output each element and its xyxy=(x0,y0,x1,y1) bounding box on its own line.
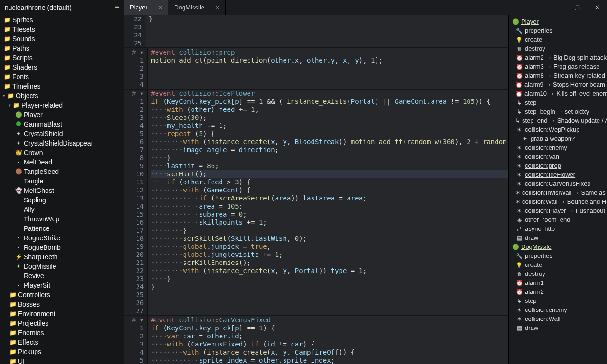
outline-item[interactable]: draw xyxy=(509,323,607,332)
outline-item[interactable]: destroy xyxy=(509,269,607,278)
outline-item[interactable]: alarm9 → Stops Horror beam so xyxy=(509,80,607,89)
folder-player-related[interactable]: 📁Player-related xyxy=(0,100,124,110)
resource-tree-panel: nuclearthrone (default) ≡ 📁Sprites📁Tiles… xyxy=(0,0,124,364)
outline-item[interactable]: collision:WepPickup xyxy=(509,125,607,134)
folder-scripts[interactable]: 📁Scripts xyxy=(0,53,124,63)
outline-item[interactable]: alarm1 xyxy=(509,278,607,287)
folder-tilesets[interactable]: 📁Tilesets xyxy=(0,25,124,34)
tab-dogmissile[interactable]: DogMissile× xyxy=(168,0,225,15)
folder-ui[interactable]: 📁UI xyxy=(0,356,124,364)
outline-object-player[interactable]: 🟢Player xyxy=(509,17,607,26)
object-roguebomb[interactable]: ▪RogueBomb xyxy=(0,243,124,252)
outline-item[interactable]: collision:Player → Pushabout xyxy=(509,206,607,215)
outline-item[interactable]: grab a weapon? xyxy=(509,134,607,143)
folder-timelines[interactable]: 📁Timelines xyxy=(0,82,124,91)
outline-item[interactable]: alarm8 → Stream key related xyxy=(509,71,607,80)
outline-item[interactable]: draw xyxy=(509,233,607,242)
object-tangleseed[interactable]: 🟤TangleSeed xyxy=(0,167,124,176)
folder-sounds[interactable]: 📁Sounds xyxy=(0,34,124,44)
folder-objects[interactable]: 📁Objects xyxy=(0,91,124,100)
menu-icon[interactable]: ≡ xyxy=(115,3,119,12)
outline-item[interactable]: alarm2 → Big Dog spin attack xyxy=(509,53,607,62)
object-dogmissile[interactable]: ✦DogMissile xyxy=(0,262,124,271)
folder-environment[interactable]: 📁Environment xyxy=(0,309,124,318)
outline-panel[interactable]: 🟢Playerpropertiescreatedestroyalarm2 → B… xyxy=(508,15,607,364)
outline-item[interactable]: collision:Wall xyxy=(509,314,607,323)
object-meltghost[interactable]: 👻MeltGhost xyxy=(0,186,124,195)
object-sharpteeth[interactable]: ⚡SharpTeeth xyxy=(0,252,124,262)
outline-item[interactable]: create xyxy=(509,260,607,269)
outline-item[interactable]: collision:InvisiWall → Same as n xyxy=(509,188,607,197)
folder-enemies[interactable]: 📁Enemies xyxy=(0,328,124,337)
outline-item[interactable]: step_end → Shadow update / Al xyxy=(509,116,607,125)
close-tab-icon[interactable]: × xyxy=(216,4,220,11)
code-editor[interactable]: 22232425}▾1234#event collision:propmotio… xyxy=(124,15,508,364)
folder-controllers[interactable]: 📁Controllers xyxy=(0,290,124,300)
tab-player[interactable]: Player× xyxy=(124,0,168,15)
folder-shaders[interactable]: 📁Shaders xyxy=(0,63,124,72)
outline-item[interactable]: collision:IceFlower xyxy=(509,170,607,179)
outline-item[interactable]: collision:enemy xyxy=(509,305,607,314)
titlebar: Player×DogMissile× — ▢ ✕ xyxy=(124,0,607,15)
object-thrownwep[interactable]: ThrownWep xyxy=(0,214,124,224)
outline-item[interactable]: create xyxy=(509,35,607,44)
outline-item[interactable]: collision:Van xyxy=(509,152,607,161)
outline-item[interactable]: step xyxy=(509,98,607,107)
object-player[interactable]: 🟢Player xyxy=(0,110,124,119)
object-playersit[interactable]: ▪PlayerSit xyxy=(0,281,124,290)
project-title: nuclearthrone (default) xyxy=(5,4,72,11)
close-tab-icon[interactable]: × xyxy=(159,4,163,11)
outline-object-dogmissile[interactable]: 🟢DogMissile xyxy=(509,242,607,251)
outline-item[interactable]: collision:prop xyxy=(509,161,607,170)
folder-sprites[interactable]: 📁Sprites xyxy=(0,15,124,25)
outline-item[interactable]: step xyxy=(509,296,607,305)
folder-projectiles[interactable]: 📁Projectiles xyxy=(0,318,124,328)
object-crown[interactable]: 👑Crown xyxy=(0,148,124,157)
outline-item[interactable]: alarm2 xyxy=(509,287,607,296)
minimize-button[interactable]: — xyxy=(547,0,567,15)
outline-item[interactable]: alarm10 → Kills off-level enemies xyxy=(509,89,607,98)
folder-bosses[interactable]: 📁Bosses xyxy=(0,300,124,309)
outline-item[interactable]: properties xyxy=(509,251,607,260)
object-revive[interactable]: Revive xyxy=(0,271,124,281)
outline-item[interactable]: collision:enemy xyxy=(509,143,607,152)
object-ally[interactable]: Ally xyxy=(0,205,124,214)
outline-item[interactable]: other_room_end xyxy=(509,215,607,224)
resource-tree[interactable]: 📁Sprites📁Tilesets📁Sounds📁Paths📁Scripts📁S… xyxy=(0,15,124,364)
object-patience[interactable]: Patience xyxy=(0,224,124,233)
object-sapling[interactable]: Sapling xyxy=(0,195,124,205)
tab-bar: Player×DogMissile× xyxy=(124,0,226,15)
maximize-button[interactable]: ▢ xyxy=(567,0,587,15)
outline-item[interactable]: collision:CarVenusFixed xyxy=(509,179,607,188)
outline-item[interactable]: async_http xyxy=(509,224,607,233)
main-area: Player×DogMissile× — ▢ ✕ 22232425}▾1234#… xyxy=(124,0,607,364)
outline-item[interactable]: step_begin → set oldxy xyxy=(509,107,607,116)
object-meltdead[interactable]: ▪MeltDead xyxy=(0,157,124,167)
outline-item[interactable]: collision:Wall → Bounce and Ha xyxy=(509,197,607,206)
object-crystalshielddisappear[interactable]: ✦CrystalShieldDisappear xyxy=(0,138,124,148)
folder-fonts[interactable]: 📁Fonts xyxy=(0,72,124,82)
outline-item[interactable]: destroy xyxy=(509,44,607,53)
outline-item[interactable]: alarm3 → Frog gas release xyxy=(509,62,607,71)
window-buttons: — ▢ ✕ xyxy=(547,0,607,15)
folder-pickups[interactable]: 📁Pickups xyxy=(0,347,124,356)
close-button[interactable]: ✕ xyxy=(587,0,607,15)
project-header: nuclearthrone (default) ≡ xyxy=(0,0,124,15)
outline-item[interactable]: properties xyxy=(509,26,607,35)
object-gammablast[interactable]: GammaBlast xyxy=(0,119,124,129)
folder-effects[interactable]: 📁Effects xyxy=(0,337,124,347)
object-crystalshield[interactable]: ✦CrystalShield xyxy=(0,129,124,138)
object-tangle[interactable]: Tangle xyxy=(0,176,124,186)
folder-paths[interactable]: 📁Paths xyxy=(0,44,124,53)
object-roguestrike[interactable]: •RogueStrike xyxy=(0,233,124,243)
